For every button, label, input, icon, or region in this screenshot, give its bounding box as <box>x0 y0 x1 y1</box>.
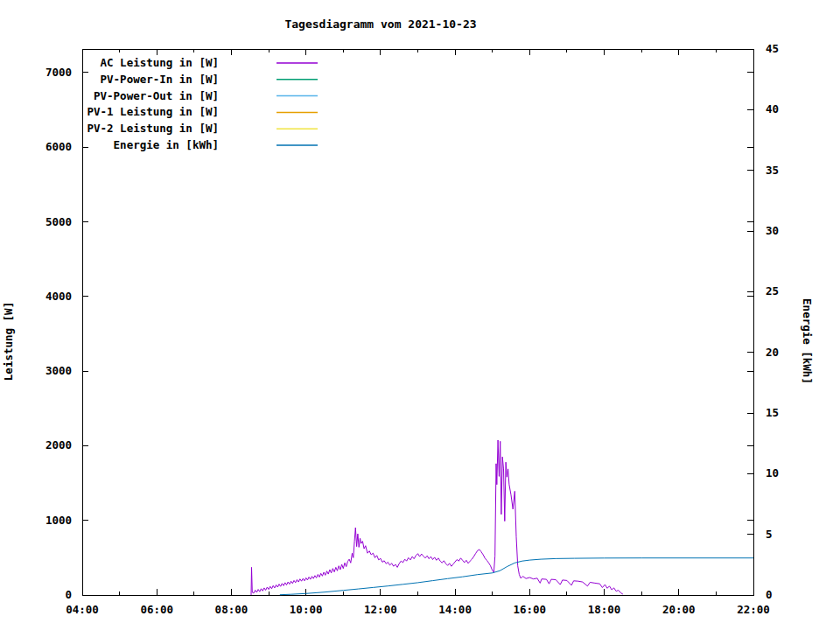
y-left-tick-label: 0 <box>65 588 72 601</box>
y-right-axis-label: Energie [kWh] <box>801 298 814 384</box>
y-left-tick-label: 5000 <box>46 215 72 228</box>
x-tick-label: 22:00 <box>737 603 770 616</box>
y-left-axis-label: Leistung [W] <box>2 302 15 381</box>
y-right-tick-label: 10 <box>766 466 779 480</box>
legend-label: Energie in [kWh] <box>114 138 219 151</box>
x-tick-label: 16:00 <box>514 603 547 616</box>
legend-label: AC Leistung in [W] <box>101 56 219 69</box>
series-ac-leistung-in-w- <box>251 440 623 595</box>
y-left-tick-label: 1000 <box>46 514 72 527</box>
x-tick-label: 04:00 <box>66 603 99 616</box>
y-right-tick-label: 35 <box>766 164 779 177</box>
legend-label: PV-Power-In in [W] <box>101 73 219 86</box>
x-tick-label: 08:00 <box>215 603 248 616</box>
y-left-tick-label: 4000 <box>46 290 72 303</box>
x-tick-label: 10:00 <box>290 603 323 616</box>
y-right-tick-label: 20 <box>766 346 779 359</box>
legend: AC Leistung in [W]PV-Power-In in [W]PV-P… <box>87 56 318 151</box>
chart-page: Tagesdiagramm vom 2021-10-23 Leistung [W… <box>0 0 840 630</box>
legend-label: PV-1 Leistung in [W] <box>87 105 219 118</box>
y-right-ticks: 051015202530354045 <box>747 42 779 601</box>
x-tick-label: 06:00 <box>140 603 173 616</box>
daily-diagram-chart: Tagesdiagramm vom 2021-10-23 Leistung [W… <box>0 0 840 630</box>
y-left-tick-label: 3000 <box>46 364 72 377</box>
y-right-tick-label: 40 <box>766 102 779 116</box>
legend-label: PV-Power-Out in [W] <box>94 89 219 102</box>
y-right-tick-label: 5 <box>766 528 773 541</box>
y-left-tick-label: 2000 <box>46 438 72 452</box>
series-curves <box>251 440 753 595</box>
y-right-tick-label: 45 <box>766 42 779 55</box>
x-tick-label: 18:00 <box>588 603 621 616</box>
plot-generated-content: 04:0006:0008:0010:0012:0014:0016:0018:00… <box>46 42 779 616</box>
y-right-tick-label: 25 <box>766 284 779 298</box>
x-tick-label: 14:00 <box>438 603 472 616</box>
y-right-tick-label: 15 <box>766 406 779 419</box>
y-right-tick-label: 30 <box>766 224 779 237</box>
legend-label: PV-2 Leistung in [W] <box>87 122 219 135</box>
x-tick-label: 20:00 <box>662 603 696 616</box>
y-left-tick-label: 7000 <box>46 66 72 79</box>
y-right-tick-label: 0 <box>766 588 773 601</box>
series-energie-in-kwh- <box>280 558 753 595</box>
y-left-tick-label: 6000 <box>46 140 72 153</box>
chart-title: Tagesdiagramm vom 2021-10-23 <box>284 18 476 31</box>
x-tick-label: 12:00 <box>364 603 397 616</box>
